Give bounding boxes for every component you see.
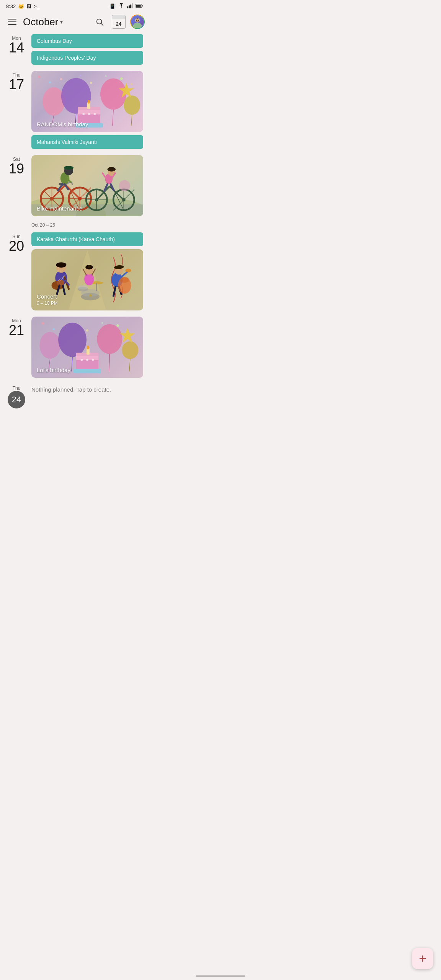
- svg-point-149: [86, 359, 88, 361]
- svg-point-40: [94, 113, 96, 115]
- status-bar: 8:32 🐱 🖼 >_ 📳: [0, 0, 149, 11]
- status-time: 8:32: [6, 3, 16, 9]
- concert-event[interactable]: Concert 9 – 10 PM: [31, 249, 143, 310]
- svg-point-67: [64, 166, 74, 170]
- day-events-mon14: Columbus Day Indigenous Peoples' Day: [31, 34, 143, 65]
- signal-icon: [127, 3, 133, 10]
- day-num: 17: [6, 78, 27, 91]
- svg-point-24: [42, 87, 65, 116]
- svg-point-30: [124, 95, 140, 115]
- battery-icon: [136, 3, 143, 9]
- svg-rect-128: [52, 328, 55, 330]
- day-num: 20: [6, 239, 27, 253]
- menu-line-3: [8, 24, 16, 25]
- svg-line-29: [113, 109, 113, 126]
- day-label-mon21: Mon 21: [6, 317, 27, 378]
- svg-rect-19: [131, 83, 133, 85]
- day-label-sun20: Sun 20: [6, 232, 27, 310]
- day-section-sun20: Sun 20 Karaka Chaturthi (Karva Chauth): [6, 232, 143, 310]
- svg-point-148: [80, 359, 83, 361]
- svg-rect-16: [38, 75, 41, 78]
- svg-point-38: [82, 113, 85, 115]
- svg-rect-6: [136, 5, 140, 7]
- search-button[interactable]: [92, 14, 107, 29]
- day-name: Thu: [6, 385, 27, 391]
- day-section-mon21: Mon 21: [6, 317, 143, 378]
- day-label-thu17: Thu 17: [6, 71, 27, 149]
- svg-point-87: [108, 167, 116, 172]
- lol-birthday-event[interactable]: Lol's birthday: [31, 317, 143, 378]
- svg-rect-7: [142, 5, 142, 7]
- lol-birthday-label: Lol's birthday: [37, 367, 70, 373]
- vibrate-icon: 📳: [109, 3, 116, 9]
- terminal-icon: >_: [34, 3, 39, 9]
- week-range-label: Oct 20 – 26: [31, 222, 143, 228]
- karaka-chaturthi-event[interactable]: Karaka Chaturthi (Karva Chauth): [31, 232, 143, 246]
- menu-line-1: [8, 19, 16, 20]
- day-label-mon14: Mon 14: [6, 34, 27, 65]
- calendar-badge[interactable]: 24: [112, 15, 126, 29]
- concert-time: 9 – 10 PM: [37, 301, 58, 306]
- svg-rect-17: [49, 81, 51, 83]
- svg-rect-151: [74, 369, 101, 373]
- svg-line-88: [102, 173, 106, 178]
- svg-point-28: [100, 78, 126, 110]
- indigenous-peoples-day-event[interactable]: Indigenous Peoples' Day: [31, 51, 143, 65]
- day-events-thu24: Nothing planned. Tap to create.: [31, 384, 143, 408]
- day-section-mon14: Mon 14 Columbus Day Indigenous Peoples' …: [6, 34, 143, 65]
- calendar-list: Mon 14 Columbus Day Indigenous Peoples' …: [0, 34, 149, 445]
- svg-rect-2: [129, 5, 130, 8]
- cat-icon: 🐱: [18, 3, 24, 9]
- svg-rect-129: [116, 324, 119, 327]
- random-birthday-label: RANDOM's birthday: [37, 121, 88, 127]
- menu-line-2: [8, 21, 16, 22]
- day-events-sat19: Bike maintenance: [31, 155, 143, 216]
- bike-maintenance-event[interactable]: Bike maintenance: [31, 155, 143, 216]
- menu-button[interactable]: [5, 14, 20, 29]
- day-events-thu17: RANDOM's birthday Maharishi Valmiki Jaya…: [31, 71, 143, 149]
- day-num: 19: [6, 162, 27, 176]
- month-title[interactable]: October ▾: [23, 16, 89, 28]
- svg-point-122: [125, 269, 131, 273]
- avatar-inner: [131, 15, 144, 28]
- calendar-badge-top: [112, 15, 125, 19]
- status-right: 📳: [109, 3, 143, 10]
- svg-line-31: [131, 115, 132, 126]
- app-bar: October ▾ 24: [0, 11, 149, 34]
- today-num: 24: [8, 391, 25, 408]
- svg-line-137: [72, 357, 72, 371]
- svg-point-21: [60, 78, 62, 80]
- avatar[interactable]: [130, 15, 145, 29]
- svg-rect-1: [127, 7, 128, 8]
- month-label: October: [23, 16, 59, 28]
- day-label-thu24: Thu 24: [6, 384, 27, 408]
- wifi-icon: [118, 3, 125, 10]
- svg-point-15: [138, 20, 139, 21]
- svg-rect-4: [132, 3, 133, 8]
- day-num: 14: [6, 41, 27, 55]
- bar-icons: 24: [92, 14, 145, 29]
- day-section-sat19: Sat 19: [6, 155, 143, 216]
- svg-point-108: [78, 285, 88, 290]
- svg-line-139: [109, 354, 109, 372]
- svg-rect-18: [120, 77, 123, 80]
- day-num: 21: [6, 323, 27, 337]
- svg-point-0: [121, 7, 122, 8]
- svg-rect-127: [41, 322, 44, 325]
- status-left: 8:32 🐱 🖼 >_: [6, 3, 39, 9]
- svg-point-92: [119, 180, 130, 191]
- columbus-day-event[interactable]: Columbus Day: [31, 34, 143, 48]
- nothing-planned-text[interactable]: Nothing planned. Tap to create.: [31, 384, 143, 393]
- concert-label: Concert 9 – 10 PM: [37, 293, 58, 306]
- svg-point-126: [120, 277, 129, 283]
- random-birthday-event[interactable]: RANDOM's birthday: [31, 71, 143, 132]
- svg-point-140: [122, 341, 139, 359]
- svg-point-14: [136, 20, 137, 21]
- day-section-thu24: Thu 24 Nothing planned. Tap to create.: [6, 384, 143, 408]
- svg-point-147: [87, 346, 89, 350]
- bike-maintenance-label: Bike maintenance: [37, 205, 82, 212]
- svg-point-136: [58, 323, 87, 357]
- svg-rect-3: [130, 5, 131, 8]
- maharishi-event[interactable]: Maharishi Valmiki Jayanti: [31, 135, 143, 149]
- day-events-sun20: Karaka Chaturthi (Karva Chauth): [31, 232, 143, 310]
